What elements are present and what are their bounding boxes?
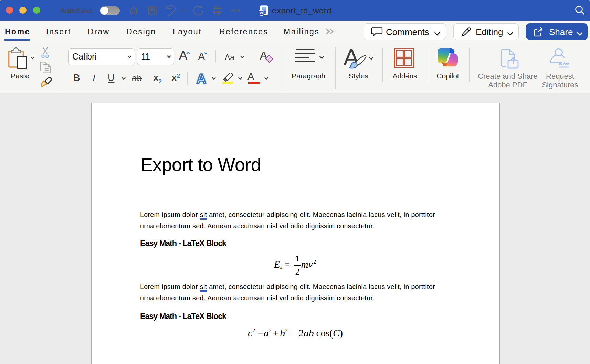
svg-text:W: W bbox=[260, 11, 263, 15]
